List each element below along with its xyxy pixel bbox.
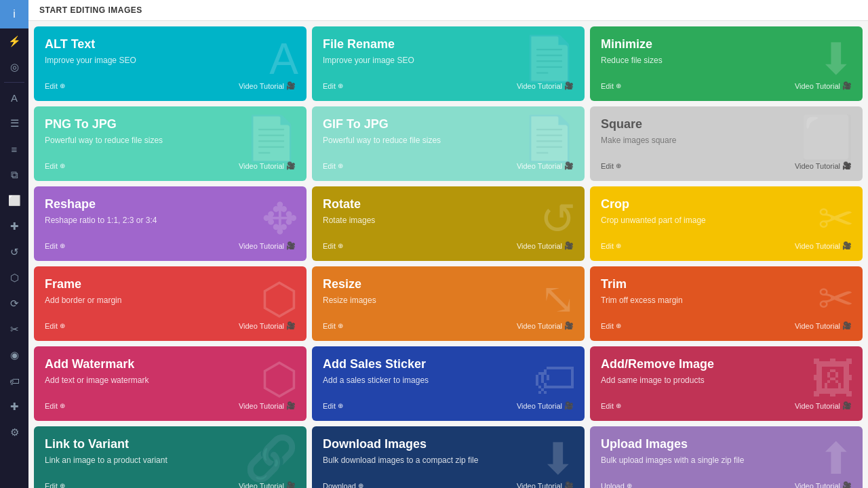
card-frame[interactable]: Frame Add border or margin ⬡ Edit ⊕ Vide… — [34, 266, 307, 341]
card-tutorial-download-images[interactable]: Video Tutorial 🎥 — [517, 481, 574, 488]
card-tutorial-gif-to-jpg[interactable]: Video Tutorial 🎥 — [517, 161, 574, 170]
card-tutorial-resize[interactable]: Video Tutorial 🎥 — [517, 321, 574, 330]
edit-icon-frame: ⊕ — [60, 322, 65, 329]
sidebar-icon-text[interactable]: A — [0, 85, 28, 110]
edit-icon-reshape: ⊕ — [60, 242, 65, 249]
card-edit-file-rename[interactable]: Edit ⊕ — [323, 82, 343, 90]
card-reshape[interactable]: Reshape Reshape ratio to 1:1, 2:3 or 3:4… — [34, 186, 307, 261]
text-icon: A — [11, 92, 18, 104]
card-tutorial-link-to-variant[interactable]: Video Tutorial 🎥 — [239, 481, 296, 488]
sidebar-icon-bolt[interactable]: ⚡ — [0, 28, 28, 54]
card-tutorial-reshape[interactable]: Video Tutorial 🎥 — [239, 241, 296, 250]
card-edit-add-remove-image[interactable]: Edit ⊕ — [601, 402, 621, 410]
card-edit-download-images[interactable]: Download ⊕ — [323, 482, 363, 489]
card-edit-frame[interactable]: Edit ⊕ — [45, 322, 65, 330]
card-add-watermark[interactable]: Add Watermark Add text or image watermar… — [34, 346, 307, 421]
card-footer-rotate: Edit ⊕ Video Tutorial 🎥 — [323, 241, 574, 250]
card-gif-to-jpg[interactable]: GIF To JPG Powerful way to reduce file s… — [312, 106, 585, 181]
edit-label-minimize: Edit — [601, 82, 614, 90]
card-alt-text[interactable]: ALT Text Improve your image SEO A Edit ⊕… — [34, 26, 307, 101]
sidebar-icon-gear[interactable]: ⚙ — [0, 420, 28, 445]
card-edit-crop[interactable]: Edit ⊕ — [601, 242, 621, 250]
tutorial-label-file-rename: Video Tutorial — [517, 82, 562, 90]
sidebar-top-icon[interactable]: i — [0, 0, 28, 28]
sidebar-icon-plus[interactable]: ✚ — [0, 214, 28, 239]
card-edit-png-to-jpg[interactable]: Edit ⊕ — [45, 162, 65, 170]
card-square[interactable]: Square Make images square ⬜ Edit ⊕ Video… — [590, 106, 863, 181]
sidebar-icon-scissors[interactable]: ✂ — [0, 317, 28, 342]
card-trim[interactable]: Trim Trim off excess margin ✂ Edit ⊕ Vid… — [590, 266, 863, 341]
sidebar-icon-copy[interactable]: ⧉ — [0, 162, 28, 188]
card-crop[interactable]: Crop Crop unwanted part of image ✂ Edit … — [590, 186, 863, 261]
edit-label-gif-to-jpg: Edit — [323, 162, 336, 170]
card-download-images[interactable]: Download Images Bulk download images to … — [312, 426, 585, 488]
card-edit-alt-text[interactable]: Edit ⊕ — [45, 82, 65, 90]
tutorial-label-reshape: Video Tutorial — [239, 242, 284, 250]
rotate-icon: ↺ — [10, 246, 19, 258]
card-tutorial-file-rename[interactable]: Video Tutorial 🎥 — [517, 81, 574, 90]
sidebar-icon-drop[interactable]: ◉ — [0, 342, 28, 368]
card-tutorial-add-sales-sticker[interactable]: Video Tutorial 🎥 — [517, 401, 574, 410]
card-tutorial-add-watermark[interactable]: Video Tutorial 🎥 — [239, 401, 296, 410]
card-subtitle-rotate: Rotate images — [323, 216, 574, 225]
card-tutorial-png-to-jpg[interactable]: Video Tutorial 🎥 — [239, 161, 296, 170]
sidebar-icon-menu[interactable]: ≡ — [0, 136, 28, 162]
card-edit-resize[interactable]: Edit ⊕ — [323, 322, 343, 330]
card-tutorial-alt-text[interactable]: Video Tutorial 🎥 — [239, 81, 296, 90]
video-icon-alt-text: 🎥 — [286, 81, 296, 90]
target-icon: ◎ — [10, 61, 19, 73]
card-tutorial-minimize[interactable]: Video Tutorial 🎥 — [795, 81, 852, 90]
card-edit-square[interactable]: Edit ⊕ — [601, 162, 621, 170]
card-title-add-watermark: Add Watermark — [45, 357, 296, 371]
card-add-remove-image[interactable]: Add/Remove Image Add same image to produ… — [590, 346, 863, 421]
sidebar-icon-tag[interactable]: 🏷 — [0, 368, 28, 394]
sidebar-icon-square[interactable]: ⬜ — [0, 188, 28, 214]
card-rotate[interactable]: Rotate Rotate images ↺ Edit ⊕ Video Tuto… — [312, 186, 585, 261]
edit-icon-resize: ⊕ — [338, 322, 343, 329]
card-tutorial-rotate[interactable]: Video Tutorial 🎥 — [517, 241, 574, 250]
card-footer-alt-text: Edit ⊕ Video Tutorial 🎥 — [45, 81, 296, 90]
card-title-reshape: Reshape — [45, 197, 296, 211]
sidebar-icon-sync[interactable]: ⟳ — [0, 291, 28, 317]
card-subtitle-frame: Add border or margin — [45, 296, 296, 305]
sidebar-icon-list[interactable]: ☰ — [0, 110, 28, 136]
card-upload-images[interactable]: Upload Images Bulk upload images with a … — [590, 426, 863, 488]
card-tutorial-add-remove-image[interactable]: Video Tutorial 🎥 — [795, 401, 852, 410]
card-edit-upload-images[interactable]: Upload ⊕ — [601, 482, 632, 489]
sidebar-icon-plus2[interactable]: ✚ — [0, 394, 28, 420]
card-tutorial-square[interactable]: Video Tutorial 🎥 — [795, 161, 852, 170]
card-png-to-jpg[interactable]: PNG To JPG Powerful way to reduce file s… — [34, 106, 307, 181]
edit-label-add-remove-image: Edit — [601, 402, 614, 410]
card-edit-minimize[interactable]: Edit ⊕ — [601, 82, 621, 90]
card-tutorial-upload-images[interactable]: Video Tutorial 🎥 — [795, 481, 852, 488]
sidebar-icon-resize[interactable]: ⬡ — [0, 265, 28, 291]
card-edit-add-sales-sticker[interactable]: Edit ⊕ — [323, 402, 343, 410]
card-edit-link-to-variant[interactable]: Edit ⊕ — [45, 482, 65, 489]
card-edit-rotate[interactable]: Edit ⊕ — [323, 242, 343, 250]
card-body-reshape: Reshape Reshape ratio to 1:1, 2:3 or 3:4 — [45, 197, 296, 235]
card-resize[interactable]: Resize Resize images ⤡ Edit ⊕ Video Tuto… — [312, 266, 585, 341]
video-icon-upload-images: 🎥 — [842, 481, 852, 488]
card-title-rotate: Rotate — [323, 197, 574, 211]
card-add-sales-sticker[interactable]: Add Sales Sticker Add a sales sticker to… — [312, 346, 585, 421]
card-edit-trim[interactable]: Edit ⊕ — [601, 322, 621, 330]
card-tutorial-crop[interactable]: Video Tutorial 🎥 — [795, 241, 852, 250]
card-edit-add-watermark[interactable]: Edit ⊕ — [45, 402, 65, 410]
tag-icon: 🏷 — [9, 375, 20, 387]
card-tutorial-trim[interactable]: Video Tutorial 🎥 — [795, 321, 852, 330]
card-link-to-variant[interactable]: Link to Variant Link an image to a produ… — [34, 426, 307, 488]
card-edit-gif-to-jpg[interactable]: Edit ⊕ — [323, 162, 343, 170]
card-minimize[interactable]: Minimize Reduce file sizes ⬇ Edit ⊕ Vide… — [590, 26, 863, 101]
card-subtitle-file-rename: Improve your image SEO — [323, 56, 574, 65]
card-file-rename[interactable]: File Rename Improve your image SEO 📄 Edi… — [312, 26, 585, 101]
card-title-add-sales-sticker: Add Sales Sticker — [323, 357, 574, 371]
list-icon: ☰ — [10, 117, 19, 129]
video-icon-minimize: 🎥 — [842, 81, 852, 90]
card-edit-reshape[interactable]: Edit ⊕ — [45, 242, 65, 250]
sidebar-icon-target[interactable]: ◎ — [0, 54, 28, 80]
sidebar-icon-rotate[interactable]: ↺ — [0, 239, 28, 265]
card-tutorial-frame[interactable]: Video Tutorial 🎥 — [239, 321, 296, 330]
edit-label-file-rename: Edit — [323, 82, 336, 90]
tutorial-label-rotate: Video Tutorial — [517, 242, 562, 250]
tutorial-label-download-images: Video Tutorial — [517, 482, 562, 489]
